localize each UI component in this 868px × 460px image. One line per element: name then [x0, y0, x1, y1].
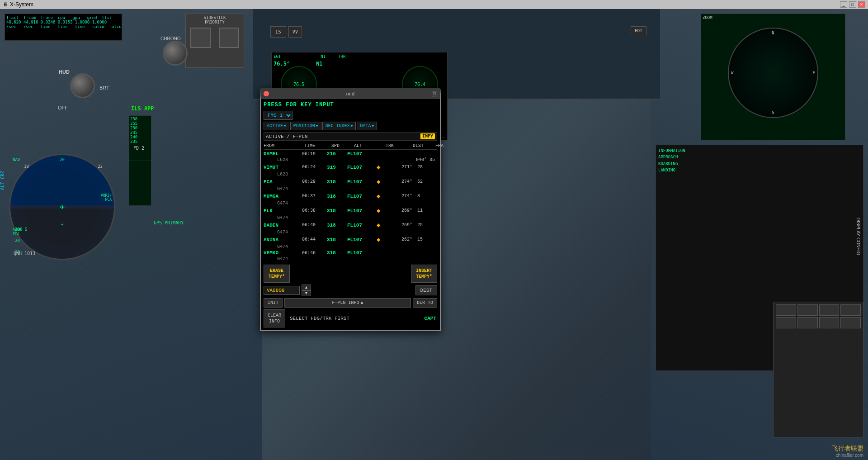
- col-alt: ALT: [354, 143, 386, 148]
- hud-knob[interactable]: [70, 73, 95, 98]
- airway-row: L628040° 35: [264, 157, 437, 163]
- wp-data: FL107: [347, 223, 377, 228]
- nav-avor: AVORPCA: [13, 228, 21, 236]
- dir-to-btn[interactable]: DIR TO: [413, 298, 437, 308]
- wp-data: 318: [327, 194, 347, 199]
- sec-index-label: SEC INDEX: [326, 123, 350, 128]
- wp-data: 318: [327, 179, 347, 185]
- wp-data: 319: [327, 165, 347, 170]
- stat-label-1: f-act f-sim frame cpu gpu grnd flit: [6, 15, 112, 20]
- input-dest-row: ▲ ▼ DEST: [264, 285, 437, 296]
- position-btn[interactable]: POSITION ▼: [290, 122, 321, 130]
- key-1[interactable]: [776, 304, 796, 316]
- wp-data: 274°: [401, 179, 417, 184]
- waypoint-row[interactable]: ANINA06:44318FL107◆262°15: [264, 235, 437, 244]
- waypoint-row[interactable]: DADEN06:40318FL107◆269°25: [264, 221, 437, 229]
- watermark-logo: chinaflier.com: [832, 453, 863, 458]
- status-message: SELECT HDG/TRK FIRST: [287, 316, 423, 321]
- scroll-arrows: ▲ ▼: [302, 285, 311, 296]
- mfd-expand-button[interactable]: ⊡: [432, 91, 437, 96]
- wp-data: 271°: [401, 165, 417, 170]
- impy-badge: IMPY: [420, 133, 435, 139]
- compass-e: E: [813, 71, 815, 75]
- wp-data: FL107: [347, 151, 377, 156]
- key-7[interactable]: [819, 317, 840, 328]
- clear-info-btn[interactable]: CLEAR INFO: [264, 309, 285, 327]
- brt-label: BRT: [99, 85, 109, 90]
- compass-n: N: [772, 31, 774, 35]
- wp-diamond: ◆: [377, 163, 401, 171]
- edt-btn[interactable]: EDT: [631, 26, 646, 35]
- off-label: OFF: [58, 105, 68, 110]
- waypoint-row[interactable]: VEMKO06:46318FL107: [264, 250, 437, 256]
- wp-data: 11: [417, 208, 431, 213]
- active-arrow: ▼: [284, 124, 286, 128]
- wp-data: 262°: [401, 237, 417, 242]
- insert-tempy-btn[interactable]: INSERT TEMPY*: [411, 265, 437, 283]
- erase-tempy-btn[interactable]: ERASE TEMPY*: [264, 265, 290, 283]
- wp-name: PCA: [264, 179, 302, 185]
- nav-display-circle: + 20 18 22 ✈ 10 20 200 S VOR2/PCA AVORPC…: [9, 154, 115, 260]
- fpln-info-btn[interactable]: F-PLN INFO ▲: [284, 298, 411, 308]
- key-2[interactable]: [797, 304, 818, 316]
- title-bar-title-group: 🖥 X-System: [3, 1, 33, 8]
- col-spd: SPD: [331, 143, 354, 148]
- waypoint-row[interactable]: VIMUT06:24319FL107◆271°28: [264, 163, 437, 171]
- key-5[interactable]: [776, 317, 796, 328]
- vv-btn[interactable]: VV: [288, 26, 302, 38]
- sidestick-btn-2[interactable]: [219, 28, 239, 48]
- waypoint-row[interactable]: PCA06:29318FL107◆274°52: [264, 177, 437, 186]
- wp-name: VIMUT: [264, 165, 302, 170]
- app-icon: 🖥: [3, 1, 8, 8]
- qnh-label: QNH 1013: [14, 251, 35, 256]
- wp-data: FL107: [347, 165, 377, 170]
- capt-label: CAPT: [425, 316, 437, 321]
- wp-diamond: ◆: [377, 221, 401, 229]
- wp-data: 06:29: [302, 179, 327, 184]
- wp-data: 15: [417, 237, 431, 242]
- airway-row: G474: [264, 215, 437, 221]
- waypoint-row[interactable]: DAMEL06:19216FL107: [264, 151, 437, 157]
- nav-aircraft: ✈: [60, 204, 65, 211]
- fms-select[interactable]: FMS 1 FMS 2: [264, 111, 292, 120]
- init-btn[interactable]: INIT: [264, 298, 283, 308]
- mfd-close-button[interactable]: [264, 91, 269, 96]
- scroll-down-btn[interactable]: ▼: [302, 290, 311, 296]
- waypoint-row[interactable]: MUMGA06:37318FL107◆274°8: [264, 192, 437, 200]
- key-6[interactable]: [797, 317, 818, 328]
- sidestick-btn-1[interactable]: [190, 28, 211, 48]
- active-btn[interactable]: ACTIVE ▼: [264, 122, 289, 130]
- wp-data: 318: [327, 237, 347, 242]
- fpln-info-arrow: ▲: [361, 300, 363, 305]
- bottom-action-btns: ERASE TEMPY* INSERT TEMPY*: [264, 265, 437, 283]
- waypoint-row[interactable]: PLK06:38318FL107◆269°11: [264, 206, 437, 215]
- minimize-btn[interactable]: _: [840, 1, 847, 8]
- wp-name: PLK: [264, 208, 302, 213]
- ls-btn[interactable]: LS: [270, 26, 286, 38]
- mfd-content: PRESS FOR KEY INPUT FMS 1 FMS 2 ACTIVE ▼…: [261, 99, 440, 330]
- wp-data: 274°: [401, 194, 417, 199]
- engine-gauge-val-right: 76.4: [415, 82, 425, 87]
- dest-btn[interactable]: DEST: [415, 285, 437, 295]
- key-8[interactable]: [840, 317, 861, 328]
- alt-crz-label: ALT CRZ: [0, 171, 5, 190]
- chrono-label: CHRONO: [160, 36, 180, 41]
- scroll-up-btn[interactable]: ▲: [302, 285, 311, 290]
- wp-data: FL107: [347, 208, 377, 213]
- close-btn[interactable]: ✕: [858, 1, 865, 8]
- waypoint-input[interactable]: [264, 286, 300, 295]
- chrono-knob[interactable]: [163, 41, 188, 66]
- restore-btn[interactable]: □: [849, 1, 856, 8]
- press-key-text: PRESS FOR KEY INPUT: [264, 102, 437, 108]
- wp-diamond: ◆: [377, 192, 401, 200]
- key-3[interactable]: [819, 304, 840, 316]
- key-4[interactable]: [840, 304, 861, 316]
- sec-index-btn[interactable]: SEC INDEX ▼: [322, 122, 356, 130]
- airway-trk-dist: 040° 35: [416, 157, 435, 162]
- col-dist: DIST: [413, 143, 435, 148]
- wp-data: 25: [417, 223, 431, 228]
- wp-data: 216: [327, 151, 347, 156]
- wp-data: 06:44: [302, 237, 327, 242]
- table-header: FROM TIME SPD ALT TRK DIST FPA: [264, 142, 437, 150]
- data-btn[interactable]: DATA ▼: [357, 122, 377, 130]
